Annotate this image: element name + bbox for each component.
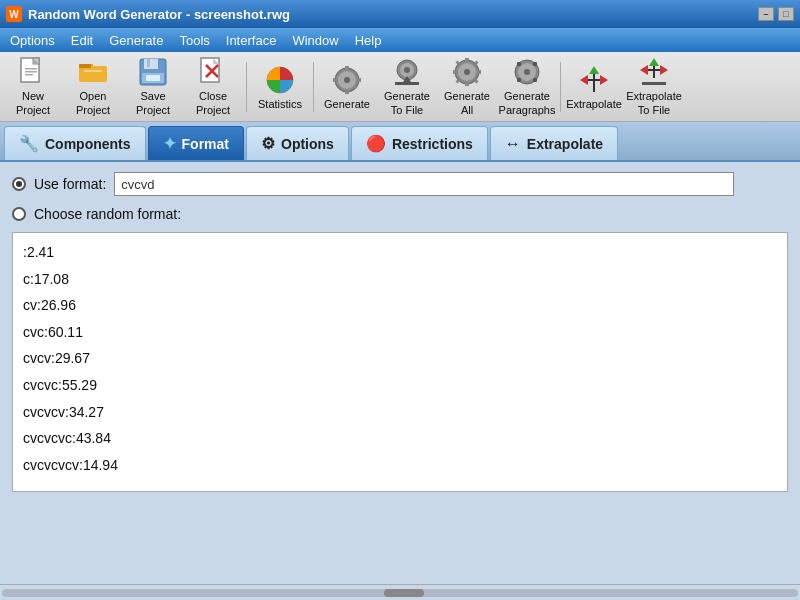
- statistics-label: Statistics: [258, 98, 302, 110]
- generate-paragraphs-button[interactable]: GenerateParagraphs: [498, 57, 556, 117]
- statistics-icon: [264, 64, 296, 96]
- window-controls: – □: [758, 7, 794, 21]
- app-window: W Random Word Generator - screenshot.rwg…: [0, 0, 800, 600]
- use-format-input[interactable]: [114, 172, 734, 196]
- title-bar: W Random Word Generator - screenshot.rwg…: [0, 0, 800, 28]
- list-item[interactable]: cvc:60.11: [23, 319, 777, 346]
- generate-to-file-label: GenerateTo File: [384, 90, 430, 116]
- save-project-button[interactable]: SaveProject: [124, 57, 182, 117]
- choose-random-radio[interactable]: [12, 207, 26, 221]
- svg-rect-47: [533, 62, 537, 66]
- scroll-thumb[interactable]: [384, 589, 424, 597]
- menu-generate[interactable]: Generate: [101, 31, 171, 50]
- scroll-track[interactable]: [2, 589, 798, 597]
- format-panel: Use format: Choose random format: :2.41c…: [0, 162, 800, 584]
- tab-components[interactable]: 🔧 Components: [4, 126, 146, 160]
- toolbar-sep-3: [560, 62, 561, 112]
- generate-button[interactable]: Generate: [318, 57, 376, 117]
- minimize-button[interactable]: –: [758, 7, 774, 21]
- options-tab-icon: ⚙: [261, 134, 275, 153]
- svg-rect-8: [79, 64, 91, 68]
- extrapolate-button[interactable]: Extrapolate: [565, 57, 623, 117]
- list-item[interactable]: cv:26.96: [23, 292, 777, 319]
- svg-rect-7: [79, 66, 107, 82]
- svg-rect-5: [25, 74, 33, 76]
- svg-point-22: [344, 77, 350, 83]
- svg-rect-60: [642, 82, 666, 85]
- svg-marker-56: [649, 58, 659, 66]
- svg-marker-53: [600, 75, 608, 85]
- menu-window[interactable]: Window: [284, 31, 346, 50]
- svg-rect-12: [147, 59, 150, 67]
- list-item[interactable]: cvcvc:55.29: [23, 372, 777, 399]
- svg-rect-14: [146, 75, 160, 81]
- list-item[interactable]: cvcvcv:34.27: [23, 399, 777, 426]
- svg-rect-24: [345, 89, 349, 94]
- generate-label: Generate: [324, 98, 370, 110]
- menu-edit[interactable]: Edit: [63, 31, 101, 50]
- save-project-label: SaveProject: [136, 90, 170, 116]
- svg-rect-37: [453, 70, 457, 74]
- close-project-button[interactable]: CloseProject: [184, 57, 242, 117]
- close-project-icon: [197, 56, 229, 88]
- svg-rect-4: [25, 71, 37, 73]
- list-item[interactable]: :2.41: [23, 239, 777, 266]
- open-project-icon: [77, 56, 109, 88]
- statistics-button[interactable]: Statistics: [251, 57, 309, 117]
- list-item[interactable]: c:17.08: [23, 266, 777, 293]
- list-item[interactable]: cvcv:29.67: [23, 345, 777, 372]
- content-area: Use format: Choose random format: :2.41c…: [0, 162, 800, 600]
- menu-help[interactable]: Help: [347, 31, 390, 50]
- horizontal-scrollbar[interactable]: [0, 584, 800, 600]
- extrapolate-tab-icon: ↔: [505, 135, 521, 153]
- list-item[interactable]: cvcvcvcv:14.94: [23, 452, 777, 479]
- svg-marker-58: [660, 65, 668, 75]
- extrapolate-to-file-label: ExtrapolateTo File: [626, 90, 682, 116]
- generate-all-button[interactable]: GenerateAll: [438, 57, 496, 117]
- svg-rect-26: [356, 78, 361, 82]
- svg-rect-49: [533, 78, 537, 82]
- menu-options[interactable]: Options: [2, 31, 63, 50]
- tab-format[interactable]: ✦ Format: [148, 126, 244, 160]
- svg-rect-46: [517, 62, 521, 66]
- svg-rect-30: [395, 82, 419, 85]
- extrapolate-to-file-icon: [638, 56, 670, 88]
- options-tab-label: Options: [281, 136, 334, 152]
- generate-icon: [331, 64, 363, 96]
- generate-to-file-button[interactable]: GenerateTo File: [378, 57, 436, 117]
- svg-marker-59: [640, 65, 648, 75]
- tab-options[interactable]: ⚙ Options: [246, 126, 349, 160]
- open-project-button[interactable]: OpenProject: [64, 57, 122, 117]
- menu-tools[interactable]: Tools: [171, 31, 217, 50]
- svg-rect-9: [84, 70, 102, 72]
- tab-extrapolate[interactable]: ↔ Extrapolate: [490, 126, 618, 160]
- open-project-label: OpenProject: [76, 90, 110, 116]
- generate-to-file-icon: [391, 56, 423, 88]
- svg-marker-54: [580, 75, 588, 85]
- choose-random-label: Choose random format:: [34, 206, 181, 222]
- svg-rect-35: [465, 58, 469, 62]
- svg-rect-48: [517, 78, 521, 82]
- list-item[interactable]: cvcvcvc:43.84: [23, 425, 777, 452]
- format-tab-icon: ✦: [163, 134, 176, 153]
- menu-interface[interactable]: Interface: [218, 31, 285, 50]
- svg-point-34: [464, 69, 470, 75]
- extrapolate-icon: [578, 64, 610, 96]
- toolbar: NewProject OpenProject: [0, 52, 800, 122]
- svg-rect-25: [333, 78, 338, 82]
- generate-all-label: GenerateAll: [444, 90, 490, 116]
- new-project-button[interactable]: NewProject: [4, 57, 62, 117]
- svg-marker-51: [589, 66, 599, 74]
- restrictions-tab-icon: 🔴: [366, 134, 386, 153]
- extrapolate-to-file-button[interactable]: ExtrapolateTo File: [625, 57, 683, 117]
- restrictions-tab-label: Restrictions: [392, 136, 473, 152]
- maximize-button[interactable]: □: [778, 7, 794, 21]
- format-list[interactable]: :2.41c:17.08cv:26.96cvc:60.11cvcv:29.67c…: [12, 232, 788, 492]
- tab-restrictions[interactable]: 🔴 Restrictions: [351, 126, 488, 160]
- svg-rect-11: [144, 59, 158, 69]
- components-tab-label: Components: [45, 136, 131, 152]
- save-project-icon: [137, 56, 169, 88]
- svg-rect-36: [465, 82, 469, 86]
- use-format-radio[interactable]: [12, 177, 26, 191]
- app-icon: W: [6, 6, 22, 22]
